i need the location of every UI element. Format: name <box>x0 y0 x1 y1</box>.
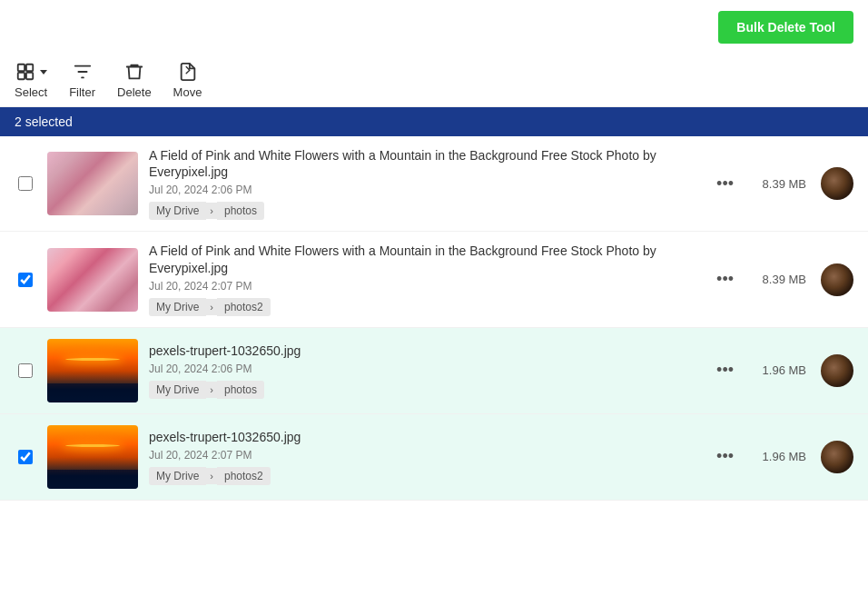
selected-count: 2 selected <box>15 114 73 129</box>
path-chevron-icon: › <box>206 468 217 484</box>
select-label: Select <box>15 85 47 99</box>
file-name: pexels-trupert-1032650.jpg <box>149 343 702 359</box>
avatar <box>821 441 853 473</box>
file-path: My Drive › photos <box>149 381 702 399</box>
file-info: A Field of Pink and White Flowers with a… <box>149 147 702 220</box>
file-thumbnail <box>47 248 138 312</box>
file-item: A Field of Pink and White Flowers with a… <box>0 136 868 232</box>
file-info: A Field of Pink and White Flowers with a… <box>149 243 702 315</box>
select-icon <box>15 62 35 82</box>
path-folder[interactable]: photos <box>217 381 264 399</box>
file-date: Jul 20, 2024 2:06 PM <box>149 184 702 196</box>
avatar-image <box>821 167 853 200</box>
path-root[interactable]: My Drive <box>149 381 206 399</box>
file-item: pexels-trupert-1032650.jpg Jul 20, 2024 … <box>0 328 868 414</box>
file-checkbox[interactable] <box>18 273 33 287</box>
path-chevron-icon: › <box>206 203 217 219</box>
file-actions: ••• 1.96 MB <box>713 441 853 473</box>
bulk-delete-button[interactable]: Bulk Delete Tool <box>718 11 853 44</box>
file-checkbox[interactable] <box>18 450 33 464</box>
filter-tool[interactable]: Filter <box>69 62 95 99</box>
move-icon <box>178 62 198 82</box>
checkbox-wrapper[interactable] <box>15 273 36 287</box>
svg-rect-2 <box>17 73 24 79</box>
path-folder[interactable]: photos <box>217 202 264 220</box>
file-date: Jul 20, 2024 2:06 PM <box>149 363 702 375</box>
file-actions: ••• 8.39 MB <box>713 263 853 296</box>
file-name: A Field of Pink and White Flowers with a… <box>149 147 702 180</box>
selected-bar: 2 selected <box>0 107 868 136</box>
avatar-image <box>821 354 853 387</box>
path-chevron-icon: › <box>206 382 217 398</box>
checkbox-wrapper[interactable] <box>15 176 36 191</box>
path-chevron-icon: › <box>206 299 217 315</box>
avatar <box>821 263 853 296</box>
more-options-button[interactable]: ••• <box>713 171 737 197</box>
file-size: 8.39 MB <box>752 273 806 286</box>
file-info: pexels-trupert-1032650.jpg Jul 20, 2024 … <box>149 429 702 485</box>
delete-label: Delete <box>117 85 152 99</box>
move-label: Move <box>173 85 202 99</box>
checkbox-wrapper[interactable] <box>15 363 36 378</box>
file-list: A Field of Pink and White Flowers with a… <box>0 136 868 501</box>
svg-rect-0 <box>17 65 24 71</box>
path-root[interactable]: My Drive <box>149 202 206 220</box>
path-folder[interactable]: photos2 <box>217 298 271 316</box>
file-item: A Field of Pink and White Flowers with a… <box>0 232 868 327</box>
file-thumbnail <box>47 152 138 215</box>
file-thumbnail <box>47 425 138 489</box>
path-root[interactable]: My Drive <box>149 298 206 316</box>
file-date: Jul 20, 2024 2:07 PM <box>149 449 702 462</box>
file-path: My Drive › photos2 <box>149 298 702 316</box>
filter-label: Filter <box>69 85 95 99</box>
file-checkbox[interactable] <box>18 363 33 378</box>
svg-rect-3 <box>25 73 32 79</box>
file-size: 8.39 MB <box>752 177 806 191</box>
file-info: pexels-trupert-1032650.jpg Jul 20, 2024 … <box>149 343 702 399</box>
more-options-button[interactable]: ••• <box>713 266 737 293</box>
top-bar: Bulk Delete Tool <box>0 0 868 55</box>
svg-rect-1 <box>25 65 32 71</box>
path-folder[interactable]: photos2 <box>217 467 271 485</box>
select-dropdown-icon <box>40 70 47 75</box>
avatar-image <box>821 263 853 296</box>
file-date: Jul 20, 2024 2:07 PM <box>149 280 702 293</box>
avatar-image <box>821 441 853 473</box>
select-tool[interactable]: Select <box>15 62 47 99</box>
file-actions: ••• 1.96 MB <box>713 354 853 387</box>
delete-icon <box>124 62 144 82</box>
move-tool[interactable]: Move <box>173 62 202 99</box>
path-root[interactable]: My Drive <box>149 467 206 485</box>
avatar <box>821 354 853 387</box>
avatar <box>821 167 853 200</box>
file-thumbnail <box>47 339 138 402</box>
file-name: pexels-trupert-1032650.jpg <box>149 429 702 445</box>
delete-tool[interactable]: Delete <box>117 62 152 99</box>
file-name: A Field of Pink and White Flowers with a… <box>149 243 702 275</box>
more-options-button[interactable]: ••• <box>713 443 737 470</box>
checkbox-wrapper[interactable] <box>15 450 36 464</box>
file-checkbox[interactable] <box>18 176 33 191</box>
file-item: pexels-trupert-1032650.jpg Jul 20, 2024 … <box>0 414 868 501</box>
filter-icon <box>73 62 93 82</box>
file-path: My Drive › photos <box>149 202 702 220</box>
file-size: 1.96 MB <box>752 450 806 463</box>
more-options-button[interactable]: ••• <box>713 357 737 383</box>
file-path: My Drive › photos2 <box>149 467 702 485</box>
file-actions: ••• 8.39 MB <box>713 167 853 200</box>
toolbar: Select Filter Delete Move <box>0 55 868 107</box>
file-size: 1.96 MB <box>752 363 806 377</box>
